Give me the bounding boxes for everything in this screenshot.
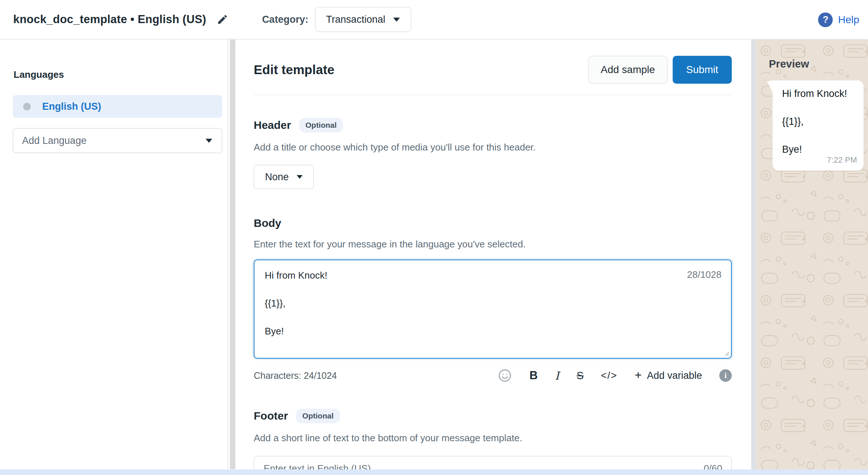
emoji-icon [498,368,512,383]
languages-heading: Languages [14,69,228,80]
page-title: Edit template [254,62,334,77]
section-divider [254,95,732,95]
body-toolbar: Characters: 24/1024 B I S </> + Add vari… [254,368,732,383]
message-timestamp: 7:22 PM [827,155,857,165]
language-item-label: English (US) [42,101,101,112]
header-section-title: Header [254,119,291,131]
message-line: Bye! [782,144,855,155]
add-sample-button[interactable]: Add sample [588,56,668,84]
strikethrough-button[interactable]: S [576,370,583,382]
optional-badge: Optional [296,409,340,423]
plus-icon: + [635,369,642,381]
edit-template-header: Edit template Add sample Submit [254,56,732,84]
category-label: Category: [262,14,308,25]
help-label: Help [838,14,859,26]
chevron-down-icon [393,18,400,22]
preview-panel: Preview Hi from Knock! {{1}}, Bye! 7:22 … [756,40,868,475]
bottom-strip [0,469,868,475]
characters-count: Characters: 24/1024 [254,370,337,381]
edit-template-panel: Edit template Add sample Submit Header O… [235,40,751,475]
languages-sidebar: Languages English (US) Add Language [0,40,228,475]
header-description: Add a title or choose which type of medi… [254,142,732,153]
edit-title-button[interactable] [217,14,228,25]
sidebar-divider [228,40,228,475]
topbar: knock_doc_template • English (US) Catego… [0,0,868,39]
message-bubble: Hi from Knock! {{1}}, Bye! 7:22 PM [773,80,864,171]
main-scrollbar[interactable] [230,40,235,469]
chevron-down-icon [297,175,303,179]
body-textarea[interactable]: Hi from Knock! {{1}}, Bye! [254,260,731,358]
category-value: Transactional [326,14,385,25]
footer-description: Add a short line of text to the bottom o… [254,432,732,444]
add-variable-label: Add variable [647,370,702,381]
code-button[interactable]: </> [601,370,618,381]
body-description: Enter the text for your message in the l… [254,239,732,250]
header-type-value: None [265,171,289,183]
preview-divider [751,40,756,475]
language-status-dot-icon [23,103,31,110]
help-button[interactable]: ? Help [814,0,863,39]
emoji-button[interactable] [498,368,512,383]
body-counter: 28/1028 [687,269,721,280]
body-section-head: Body [254,217,732,229]
preview-heading: Preview [769,58,868,70]
resize-handle[interactable] [723,350,729,356]
optional-badge: Optional [299,118,343,133]
pencil-icon [217,14,228,25]
template-title: knock_doc_template • English (US) [13,13,206,26]
footer-section-title: Footer [254,410,288,422]
chevron-down-icon [206,139,212,143]
footer-section-head: Footer Optional [254,409,732,423]
body-textarea-box: Hi from Knock! {{1}}, Bye! 28/1028 [254,260,732,359]
header-type-dropdown[interactable]: None [254,165,314,189]
add-language-dropdown[interactable]: Add Language [13,128,222,153]
add-variable-button[interactable]: + Add variable [635,370,702,381]
info-icon[interactable]: i [719,369,732,382]
submit-button[interactable]: Submit [673,56,732,84]
add-language-placeholder: Add Language [22,135,206,146]
header-section-head: Header Optional [254,118,732,133]
category-dropdown[interactable]: Transactional [315,7,411,32]
italic-button[interactable]: I [555,369,559,382]
body-section-title: Body [254,217,281,229]
language-item-english-us[interactable]: English (US) [13,95,222,118]
bold-button[interactable]: B [529,369,538,382]
message-line: Hi from Knock! [782,88,855,99]
help-icon: ? [818,12,833,27]
bubble-tail-icon [767,80,773,94]
message-line: {{1}}, [782,116,855,127]
